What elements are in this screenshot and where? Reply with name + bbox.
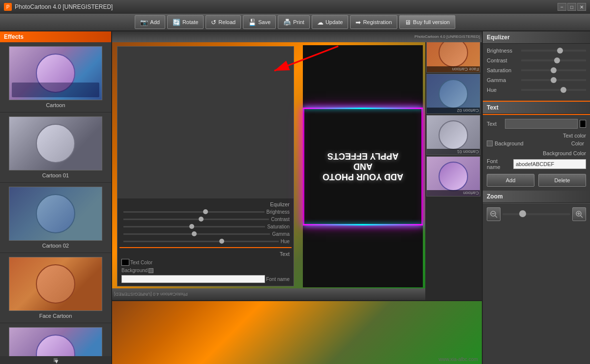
cartoon02-label: Cartoon 02 xyxy=(42,243,69,249)
add-text-button[interactable]: Add xyxy=(487,174,534,187)
background-color-label: Background Color xyxy=(487,150,586,156)
maximize-button[interactable]: □ xyxy=(567,3,576,11)
contrast-slider[interactable] xyxy=(521,59,586,61)
font-name-label: Font name xyxy=(487,158,511,170)
contrast-label: Contrast xyxy=(487,57,521,63)
buy-button[interactable]: 🖥 Buy full version xyxy=(399,15,455,29)
hue-slider[interactable] xyxy=(521,89,586,91)
svg-line-6 xyxy=(581,216,583,218)
thumb-label: Cartoon 01 xyxy=(427,149,480,155)
cartoon-last-thumb xyxy=(9,327,102,356)
mini-status: PhotoCartoon 4.0 [UNREGISTERED] xyxy=(414,35,480,39)
zoom-in-button[interactable] xyxy=(572,207,586,221)
print-icon: 🖨️ xyxy=(283,19,291,26)
bottom-mini-toolbar: PhotoCartoon 4.0 [UNREGISTERED] xyxy=(112,288,425,300)
inner-gamma: Gamma xyxy=(272,231,290,237)
list-item[interactable]: Cartoon xyxy=(426,156,480,196)
inner-brightness: Brightness xyxy=(266,209,290,215)
buy-icon: 🖥 xyxy=(405,19,411,26)
inner-edit-panel: Equlizer Brightness Contrast xyxy=(117,46,294,286)
inner-saturation: Saturation xyxy=(267,224,290,229)
text-color-box[interactable] xyxy=(580,120,586,128)
text-color-label: Text color xyxy=(487,133,586,140)
font-name-field[interactable] xyxy=(513,159,586,169)
background-label: Background xyxy=(495,140,569,146)
canvas-text-line3: APPLY EFFECTS xyxy=(323,151,403,161)
add-button[interactable]: 📷 Add xyxy=(135,15,165,29)
save-button[interactable]: 💾 Save xyxy=(243,15,276,29)
action-buttons: Add Delete xyxy=(487,174,586,187)
inner-text-label: Text xyxy=(119,250,292,258)
zoom-header: Zoom xyxy=(483,191,590,203)
zoom-slider[interactable] xyxy=(502,213,570,215)
hue-row: Hue xyxy=(487,87,586,93)
reg-icon: ➡ xyxy=(355,19,361,26)
text-field[interactable] xyxy=(505,119,578,129)
zoom-in-icon xyxy=(575,210,583,218)
watermark: www.xia-albc.com xyxy=(439,357,478,362)
cartoon-label: Cartoon xyxy=(46,102,65,108)
zoom-out-button[interactable] xyxy=(487,207,501,221)
list-item[interactable]: Cartoon 01 xyxy=(0,112,111,183)
close-button[interactable]: ✕ xyxy=(577,3,586,11)
delete-text-button[interactable]: Delete xyxy=(538,174,586,187)
equalizer-header: Equlizer xyxy=(483,31,590,44)
text-field-label: Text xyxy=(487,121,503,127)
contrast-row: Contrast xyxy=(487,57,586,63)
font-name-row: Font name xyxy=(487,158,586,170)
rotate-button[interactable]: 🔄 Rotate xyxy=(167,15,204,29)
background-checkbox[interactable] xyxy=(487,140,493,146)
list-item[interactable]: Cartoon 02 xyxy=(426,74,480,114)
bottom-canvas: www.xia-albc.com xyxy=(112,300,482,364)
inner-hue: Hue xyxy=(281,239,290,244)
brightness-slider[interactable] xyxy=(521,50,586,52)
canvas-text-line2: AND xyxy=(323,161,403,171)
text-header: Text xyxy=(483,101,590,114)
cartoon01-label: Cartoon 01 xyxy=(42,172,69,178)
title-bar-left: P PhotoCartoon 4.0 [UNREGISTERED] xyxy=(4,3,113,11)
mini-toolbar: PhotoCartoon 4.0 [UNREGISTERED] xyxy=(112,31,482,42)
cartoon01-thumb xyxy=(9,116,102,170)
save-icon: 💾 xyxy=(248,19,256,26)
scroll-down-indicator: ▼ xyxy=(54,358,58,362)
list-item[interactable]: Face Cartoon xyxy=(0,253,111,323)
hue-label: Hue xyxy=(487,87,521,93)
window-controls: − □ ✕ xyxy=(558,3,586,11)
text-input-row: Text xyxy=(487,119,586,129)
center-content: PhotoCartoon 4.0 [UNREGISTERED] Equlizer… xyxy=(112,31,482,364)
minimize-button[interactable]: − xyxy=(558,3,566,11)
effects-panel: Effects Cartoon Cartoon 01 xyxy=(0,31,112,364)
main-toolbar: 📷 Add 🔄 Rotate ↺ Reload 💾 Save 🖨️ Print … xyxy=(0,14,590,31)
main-image-canvas: ADD YOUR PHOTO AND APPLY EFFECTS xyxy=(303,45,423,287)
gamma-label: Gamma xyxy=(487,77,521,83)
brightness-row: Brightness xyxy=(487,48,586,54)
list-item[interactable]: Cartoon 01 xyxy=(426,115,480,155)
zoom-section xyxy=(483,203,590,225)
update-button[interactable]: ☁ Update xyxy=(312,15,348,29)
main-layout: Effects Cartoon Cartoon 01 xyxy=(0,31,590,364)
inner-text-color: Text Color xyxy=(130,260,152,265)
registration-button[interactable]: ➡ Registration xyxy=(350,15,397,29)
background-row: Background Color xyxy=(487,140,586,146)
text-section: Text Text color Background Color Backgro… xyxy=(483,114,590,191)
thumb-label: Cartoon xyxy=(427,190,480,196)
thumb-label: Cartoon 02 xyxy=(427,108,480,113)
cartoon-thumb xyxy=(9,46,102,100)
inner-equalizer-label: Equlizer xyxy=(119,200,292,208)
svg-line-3 xyxy=(495,216,497,218)
gamma-row: Gamma xyxy=(487,77,586,83)
app-title: PhotoCartoon 4.0 [UNREGISTERED] xyxy=(15,3,113,10)
print-button[interactable]: 🖨️ Print xyxy=(278,15,310,29)
saturation-row: Saturation xyxy=(487,67,586,73)
list-item[interactable]: Cartoon xyxy=(0,42,111,112)
gamma-slider[interactable] xyxy=(521,79,586,81)
reload-button[interactable]: ↺ Reload xyxy=(206,15,241,29)
canvas-text-line1: ADD YOUR PHOTO xyxy=(323,171,403,182)
list-item[interactable]: Cartoon xyxy=(0,323,111,356)
inner-contrast: Contrast xyxy=(271,217,290,222)
camera-icon: 📷 xyxy=(140,19,148,26)
saturation-slider[interactable] xyxy=(521,69,586,71)
zoom-row xyxy=(487,207,586,221)
saturation-label: Saturation xyxy=(487,67,521,73)
list-item[interactable]: Cartoon 02 xyxy=(0,183,111,253)
